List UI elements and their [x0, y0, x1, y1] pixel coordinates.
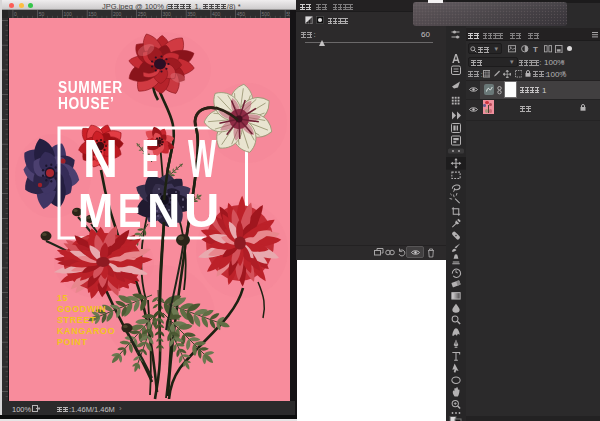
svg-text:350: 350	[187, 11, 196, 17]
svg-text:500: 500	[262, 11, 271, 17]
svg-text:200: 200	[113, 11, 122, 17]
svg-text:300: 300	[163, 11, 172, 17]
svg-text:450: 450	[237, 11, 246, 17]
svg-text:50: 50	[39, 11, 45, 17]
svg-text:100: 100	[64, 11, 73, 17]
svg-text:0: 0	[14, 11, 17, 17]
svg-text:150: 150	[88, 11, 97, 17]
svg-text:550: 550	[286, 11, 290, 17]
svg-text:400: 400	[212, 11, 221, 17]
svg-text:250: 250	[138, 11, 147, 17]
